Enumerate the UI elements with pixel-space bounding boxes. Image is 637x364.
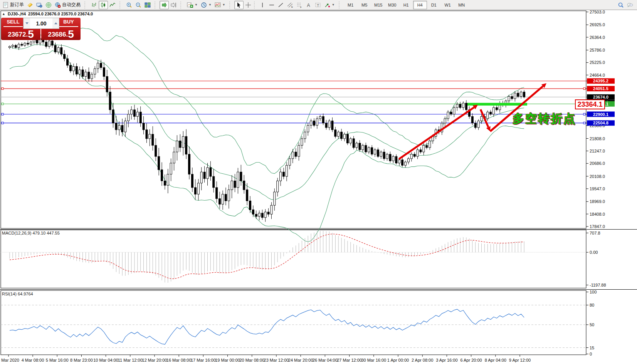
timeframe-m1[interactable]: M1	[344, 1, 358, 9]
bar-chart-icon	[91, 2, 97, 8]
timeframe-m30[interactable]: M30	[385, 1, 399, 9]
svg-text:A: A	[307, 2, 310, 8]
svg-text:16 Mar 08:00: 16 Mar 08:00	[166, 358, 192, 362]
timeframe-d1[interactable]: D1	[427, 1, 441, 9]
toolbar-separator	[180, 2, 183, 8]
tile-windows-button[interactable]	[143, 1, 152, 9]
svg-text:24664.0: 24664.0	[590, 73, 605, 77]
terminal-button[interactable]	[35, 1, 44, 9]
svg-text:17847.0: 17847.0	[590, 224, 605, 229]
svg-text:20108.0: 20108.0	[590, 174, 605, 179]
svg-text:19 Mar 00:00: 19 Mar 00:00	[215, 358, 240, 362]
panel-frames	[0, 11, 637, 355]
tile-windows-icon	[145, 2, 151, 8]
templates-button[interactable]: ▼	[213, 1, 227, 9]
collapse-panel-icon[interactable]: ▲	[2, 12, 5, 16]
new-order-label: 新订单	[10, 2, 24, 8]
svg-text:20686.0: 20686.0	[590, 161, 605, 166]
turning-point-annotation-text[interactable]: 多空转折点	[513, 111, 576, 127]
rsi-indicator-label: RSI(14) 64.9764	[2, 292, 33, 296]
volume-input[interactable]	[30, 18, 52, 29]
bar-chart-button[interactable]	[89, 1, 99, 9]
timeframe-w1[interactable]: W1	[441, 1, 455, 9]
candlestick-chart-button[interactable]	[99, 1, 108, 9]
profile-button[interactable]	[44, 1, 53, 9]
svg-text:19547.0: 19547.0	[590, 186, 605, 191]
candlestick-chart-icon	[100, 2, 106, 8]
macd-indicator-label: MACD(12,26,9) 479.10 447.55	[2, 231, 60, 235]
zoom-in-button[interactable]	[124, 1, 134, 9]
chart-canvas[interactable]: 27503.026925.026364.025786.025225.024664…	[0, 0, 637, 364]
crosshair-button[interactable]	[244, 1, 253, 9]
svg-text:12 Mar 20:00: 12 Mar 20:00	[142, 358, 167, 362]
svg-text:24395.2: 24395.2	[593, 79, 608, 83]
horizontal-line-icon	[269, 2, 275, 8]
arrows-button[interactable]: ▼	[323, 1, 336, 9]
svg-text:25225.0: 25225.0	[590, 60, 605, 65]
svg-text:6 Apr 20:00: 6 Apr 20:00	[460, 358, 482, 362]
svg-text:50: 50	[590, 322, 594, 327]
auto-scroll-button[interactable]	[160, 1, 169, 9]
toolbar: 新订单 自动交易	[0, 0, 637, 10]
svg-text:25786.0: 25786.0	[590, 48, 605, 52]
dropdown-caret: ▼	[208, 3, 212, 7]
price-axis: 27503.026925.026364.025786.025225.024664…	[586, 10, 605, 229]
indicators-button[interactable]: ▼	[185, 1, 199, 9]
timeframe-m15[interactable]: M15	[371, 1, 385, 9]
svg-text:5 Mar 16:00: 5 Mar 16:00	[46, 358, 69, 362]
timeframe-h4[interactable]: H4	[413, 1, 427, 9]
line-chart-button[interactable]	[108, 1, 117, 9]
auto-scroll-icon	[161, 2, 167, 8]
svg-text:-1197.88: -1197.88	[590, 283, 606, 287]
svg-text:8 Apr 04:00: 8 Apr 04:00	[485, 358, 506, 362]
svg-text:E: E	[291, 6, 293, 8]
fibonacci-button[interactable]: F	[295, 1, 304, 9]
text-label-icon: T	[315, 2, 321, 8]
text-label-button[interactable]: T	[313, 1, 323, 9]
zoom-out-button[interactable]	[134, 1, 143, 9]
svg-text:27 Mar 12:00: 27 Mar 12:00	[337, 358, 362, 362]
chart-shift-button[interactable]	[169, 1, 178, 9]
volume-increase-button[interactable]	[52, 18, 59, 29]
horizontal-line-button[interactable]	[267, 1, 276, 9]
svg-text:10 Mar 04:00: 10 Mar 04:00	[93, 358, 118, 362]
buy-price: 23686.5	[41, 30, 81, 39]
trendline-button[interactable]	[276, 1, 286, 9]
new-order-button[interactable]: 新订单	[1, 1, 25, 9]
svg-text:22900.1: 22900.1	[593, 112, 608, 117]
svg-text:23674.0: 23674.0	[593, 95, 608, 99]
svg-text:23 Mar 12:00: 23 Mar 12:00	[264, 358, 289, 362]
volume-decrease-button[interactable]	[24, 18, 30, 29]
timeframe-m5[interactable]: M5	[358, 1, 371, 9]
timeframe-h1[interactable]: H1	[399, 1, 413, 9]
text-button[interactable]: A	[304, 1, 313, 9]
timeframe-mn[interactable]: MN	[455, 1, 469, 9]
price-level-annotation-box[interactable]: 23364.1	[575, 99, 605, 109]
auto-trading-label: 自动交易	[62, 2, 81, 8]
svg-text:26925.0: 26925.0	[590, 22, 605, 27]
vertical-line-button[interactable]	[258, 1, 267, 9]
svg-text:21808.0: 21808.0	[590, 136, 605, 141]
svg-text:3 Mar 2020: 3 Mar 2020	[0, 358, 19, 362]
svg-text:80: 80	[590, 303, 594, 307]
auto-trading-button[interactable]: 自动交易	[53, 1, 82, 9]
vertical-line-icon	[259, 2, 266, 8]
trendline-icon	[278, 2, 284, 8]
equidistant-channel-button[interactable]: E	[286, 1, 295, 9]
toolbar-separator	[119, 2, 122, 8]
line-chart-icon	[109, 2, 116, 8]
community-chat-button[interactable]	[625, 1, 635, 9]
toolbar-separator	[339, 2, 341, 8]
cursor-button[interactable]	[234, 1, 244, 9]
sell-price: 23672.5	[1, 30, 40, 39]
search-button[interactable]	[616, 1, 625, 9]
toolbar-separator	[254, 2, 257, 8]
periods-button[interactable]: ▼	[199, 1, 213, 9]
svg-text:18408.0: 18408.0	[590, 212, 605, 216]
svg-text:1 Apr 00:00: 1 Apr 00:00	[387, 358, 409, 362]
ticket-button[interactable]	[25, 1, 35, 9]
svg-text:27503.0: 27503.0	[590, 10, 605, 14]
svg-text:707.8: 707.8	[590, 231, 600, 235]
dropdown-caret: ▼	[195, 3, 198, 7]
buy-label: BUY	[59, 18, 78, 27]
